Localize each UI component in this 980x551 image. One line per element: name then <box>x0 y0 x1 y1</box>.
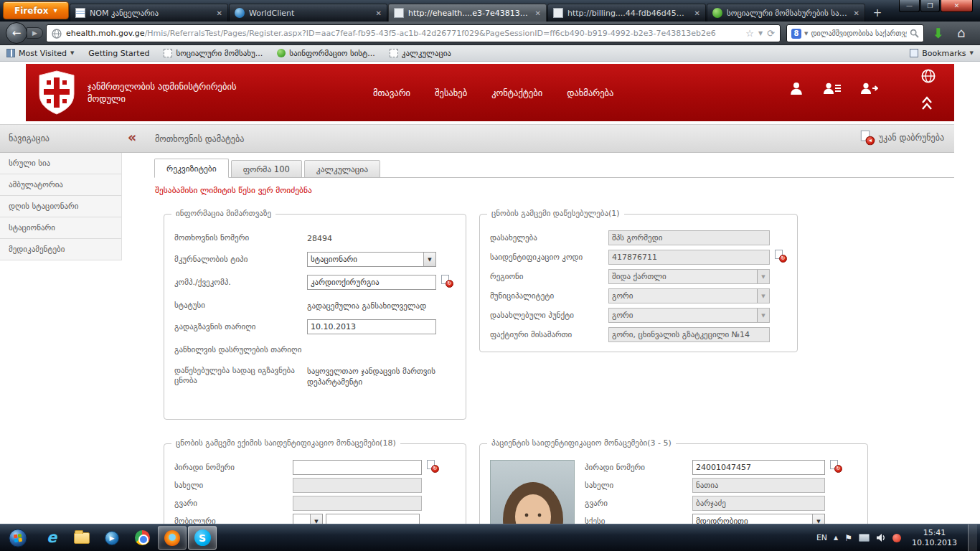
tab-close-icon[interactable]: ✕ <box>374 9 382 17</box>
action-center-icon[interactable]: ⚑ <box>844 533 852 543</box>
text-input[interactable] <box>692 460 825 475</box>
taskbar-skype[interactable]: S <box>188 526 217 550</box>
section-referral-info: ინფორმაცია მიმართვაზე მოთხოვნის ნომერი28… <box>164 214 466 420</box>
tab-close-icon[interactable]: ✕ <box>693 9 700 17</box>
sidebar-item-medications[interactable]: მედიკამენტები <box>0 239 121 260</box>
downloads-icon[interactable]: ⬇ <box>933 25 944 41</box>
select-dropdown[interactable]: მდედრობითი▼ <box>692 514 825 524</box>
url-dropdown-icon[interactable]: ▼ <box>758 30 763 37</box>
network-icon[interactable] <box>859 534 870 542</box>
taskbar-chrome[interactable] <box>128 526 156 550</box>
windows-taskbar: e ▶ S EN ▲ ⚑ 15:41 10.10.2013 <box>0 524 980 551</box>
validate-icon[interactable]: ↻ <box>441 275 453 288</box>
screen: Firefox ▼ NOM კანცელარია ✕ WorldClient ✕… <box>0 0 980 551</box>
user-list-icon[interactable] <box>824 81 841 95</box>
text-input[interactable] <box>307 319 436 334</box>
language-globe-icon[interactable] <box>921 69 936 83</box>
browser-tab[interactable]: http://billing....44-fdb46d45c493 ✕ <box>547 4 706 22</box>
page-title: მოთხოვნის დამატება <box>155 134 244 144</box>
maximize-button[interactable]: ❐ <box>920 0 940 12</box>
phone-code-select[interactable]: ▼ <box>293 514 323 524</box>
search-bar[interactable]: 8 ▼ დილამშვიდობისა საქართველო <box>786 24 924 42</box>
search-icon[interactable] <box>910 29 919 38</box>
go-back-button[interactable]: ◂ უკან დაბრუნება <box>859 131 944 144</box>
bookmark-star-icon[interactable]: ☆ <box>745 28 754 39</box>
sidebar-item-full-list[interactable]: სრული სია <box>0 153 121 174</box>
bookmark-item[interactable]: კალკულაცია <box>390 49 451 58</box>
show-hidden-icons[interactable]: ▲ <box>834 534 838 541</box>
bookmark-item[interactable]: საინფორმაციო სისტ... <box>277 49 375 58</box>
menu-item-contacts[interactable]: კონტაქტები <box>491 88 542 98</box>
volume-icon[interactable] <box>876 533 886 542</box>
content-header-strip: « მოთხოვნის დამატება ◂ უკან დაბრუნება <box>122 124 954 153</box>
tab-close-icon[interactable]: ✕ <box>534 9 541 17</box>
browser-tab-active[interactable]: http://ehealth....e3-7e43813eb2e6 ✕ <box>388 4 547 22</box>
start-button[interactable] <box>6 526 30 550</box>
sidebar-item-hospital[interactable]: სტაციონარი <box>0 217 121 239</box>
search-input[interactable]: დილამშვიდობისა საქართველო <box>811 29 907 37</box>
home-icon[interactable]: ⌂ <box>957 25 965 40</box>
ministry-logo <box>37 70 76 116</box>
back-button[interactable]: ← <box>6 22 27 44</box>
text-input <box>692 478 825 493</box>
minimize-button[interactable]: — <box>899 0 920 12</box>
new-tab-button[interactable]: + <box>868 6 887 20</box>
bookmark-most-visited[interactable]: Most Visited ▼ <box>6 49 74 58</box>
validate-icon[interactable]: ↻ <box>427 460 439 473</box>
taskbar-ie[interactable]: e <box>37 526 66 550</box>
field-value <box>307 319 436 334</box>
tab-requisites[interactable]: რეკვიზიტები <box>154 159 229 178</box>
sidebar-item-label: ამბულატორია <box>9 180 63 189</box>
form-row: განხილვის დასრულების თარიღი <box>174 342 456 355</box>
select-dropdown[interactable]: სტაციონარი▼ <box>307 252 436 267</box>
select-value <box>293 514 310 524</box>
forward-button[interactable]: ▶ <box>27 27 43 39</box>
validate-icon[interactable]: ↻ <box>830 460 842 473</box>
user-logout-icon[interactable] <box>861 81 878 95</box>
site-identity-icon[interactable] <box>52 29 62 39</box>
url-bar[interactable]: ehealth.moh.gov.ge/Hmis/ReferralsTest/Pa… <box>46 24 781 42</box>
tab-close-icon[interactable]: ✕ <box>852 9 859 17</box>
user-icon[interactable] <box>789 81 804 95</box>
taskbar-clock[interactable]: 15:41 10.10.2013 <box>908 528 961 548</box>
url-text[interactable]: ehealth.moh.gov.ge/Hmis/ReferralsTest/Pa… <box>66 29 741 38</box>
scroll-top-icon[interactable] <box>921 95 933 111</box>
sidebar-collapse-icon[interactable]: « <box>128 129 136 145</box>
search-engine-dropdown-icon[interactable]: ▼ <box>804 31 808 37</box>
form-row: რეგიონიშიდა ქართლი▼ <box>490 269 787 284</box>
validate-icon[interactable]: ↻ <box>775 250 787 263</box>
menu-item-help[interactable]: დახმარება <box>567 88 613 98</box>
sidebar-item-ambulatory[interactable]: ამბულატორია <box>0 174 121 196</box>
menu-item-home[interactable]: მთავარი <box>373 88 410 98</box>
tab-close-icon[interactable]: ✕ <box>215 9 222 17</box>
firefox-menu-button[interactable]: Firefox ▼ <box>3 1 69 19</box>
search-engine-icon[interactable]: 8 <box>791 29 801 39</box>
close-button[interactable]: ✕ <box>941 0 973 12</box>
clock-time: 15:41 <box>912 528 957 538</box>
bookmark-item[interactable]: სოციალური მომსახუ... <box>164 49 263 58</box>
text-input[interactable] <box>307 275 436 290</box>
show-desktop-button[interactable] <box>968 524 977 551</box>
browser-tab[interactable]: სოციალური მომსახურების საა... ✕ <box>707 4 865 22</box>
bookmark-label: Most Visited <box>19 49 67 58</box>
field-label: გადაგზავნის თარიღი <box>174 319 307 334</box>
browser-tab[interactable]: WorldClient ✕ <box>229 4 387 22</box>
tab-calculation[interactable]: კალკულაცია <box>304 160 380 178</box>
sidebar-item-day-hospital[interactable]: დღის სტაციონარი <box>0 196 121 217</box>
bookmark-getting-started[interactable]: Getting Started <box>88 49 149 58</box>
reload-icon[interactable]: ⟳ <box>767 28 775 39</box>
language-indicator[interactable]: EN <box>816 533 827 542</box>
field-label: კომპ./ქვეკომპ. <box>174 275 307 290</box>
section-patient-id: პაციენტის საიდენტიფიკაციო მონაცემები(3 -… <box>479 443 868 524</box>
tray-app-icon[interactable] <box>892 534 901 542</box>
menu-item-about[interactable]: შესახებ <box>435 88 467 98</box>
taskbar-explorer[interactable] <box>67 526 96 550</box>
phone-input[interactable] <box>326 514 420 524</box>
browser-tab[interactable]: NOM კანცელარია ✕ <box>70 4 228 22</box>
taskbar-firefox[interactable] <box>158 526 187 550</box>
firefox-icon <box>164 530 180 546</box>
tab-form-100[interactable]: ფორმა 100 <box>231 160 302 178</box>
taskbar-media-player[interactable]: ▶ <box>98 526 126 550</box>
bookmarks-menu-button[interactable]: Bookmarks ▼ <box>910 49 974 58</box>
text-input[interactable] <box>293 460 422 475</box>
